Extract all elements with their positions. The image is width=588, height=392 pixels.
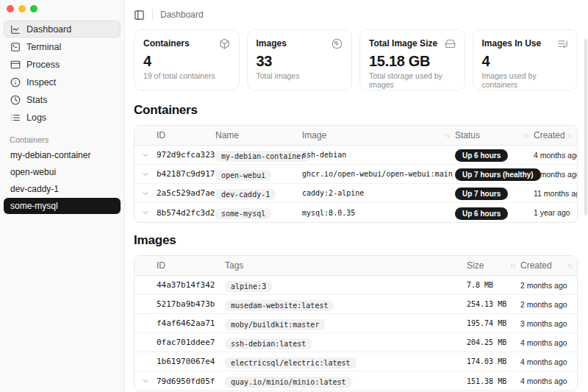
sidebar-container-dev-caddy-1[interactable]: dev-caddy-1 [4, 181, 121, 197]
sidebar-item-inspect[interactable]: Inspect [4, 74, 121, 90]
table-row[interactable]: 79d6950fd05fquay.io/minio/minio:latest15… [135, 371, 577, 391]
sort-icon[interactable]: ↑↓ [445, 132, 455, 139]
image-size: 151.38 MB [467, 377, 520, 385]
chevron-down-icon [141, 208, 150, 217]
image-id: f4af6462aa71 [157, 318, 225, 328]
card-value: 4 [143, 53, 230, 70]
sidebar-container-some-mysql[interactable]: some-mysql [4, 198, 121, 214]
panel-left-icon [134, 10, 145, 21]
sidebar-item-label: Inspect [26, 77, 56, 88]
table-row[interactable]: 972d9cfca323my-debian-containerssh-debia… [135, 146, 577, 165]
breadcrumb: Dashboard [160, 10, 204, 20]
card-value: 15.18 GB [369, 53, 456, 70]
image-id: 79d6950fd05f [157, 377, 225, 386]
topbar-divider [152, 10, 153, 21]
sidebar-item-stats[interactable]: Stats [4, 91, 121, 108]
zoom-button[interactable] [30, 5, 37, 13]
app-window: DashboardTerminalProcessInspectStatsLogs… [0, 0, 588, 392]
image-tag-badge: moby/buildkit:master [225, 319, 325, 330]
table-row[interactable]: 5217ba9b473bmusedam-website:latest254.13… [135, 295, 577, 314]
sidebar-item-logs[interactable]: Logs [4, 109, 121, 126]
image-size: 7.8 MB [467, 281, 520, 289]
list-icon [10, 113, 21, 123]
close-button[interactable] [7, 5, 14, 13]
card-subtitle: Total images [257, 71, 343, 80]
chevron-down-icon [141, 189, 150, 198]
row-expand-toggle[interactable] [135, 208, 157, 217]
image-tag-badge: musedam-website:latest [225, 300, 334, 311]
stat-card-images-in-use: Images In Use4Images used by containers [473, 29, 578, 90]
sidebar-toggle-button[interactable] [134, 10, 145, 21]
container-name-badge: dev-caddy-1 [215, 189, 276, 200]
table-row[interactable]: f4af6462aa71moby/buildkit:master195.74 M… [135, 314, 577, 333]
column-header-status: Status [455, 130, 480, 140]
chevron-down-icon [141, 151, 150, 160]
table-row[interactable]: 44a37b14f342alpine:37.8 MB2 months ago [135, 276, 577, 295]
table-row[interactable]: 1b61970067e4electricsql/electric:latest1… [135, 352, 577, 371]
info-icon [10, 77, 21, 88]
image-created: 4 months ago [520, 377, 577, 385]
image-id: 0fac701ddee7 [157, 338, 225, 347]
sidebar: DashboardTerminalProcessInspectStatsLogs… [0, 0, 125, 392]
row-expand-toggle[interactable] [135, 189, 157, 198]
card-title: Images In Use [482, 38, 542, 49]
image-id: 44a37b14f342 [157, 280, 225, 290]
container-created: 11 months ago [534, 189, 578, 198]
table-row[interactable]: b42187c9d917open-webuighcr.io/open-webui… [135, 165, 577, 184]
image-tag-badge: electricsql/electric:latest [225, 357, 356, 368]
sidebar-nav: DashboardTerminalProcessInspectStatsLogs [0, 13, 124, 126]
container-created: 1 year ago [534, 208, 577, 217]
sidebar-container-list: my-debian-containeropen-webuidev-caddy-1… [0, 147, 124, 214]
sidebar-container-open-webui[interactable]: open-webui [4, 164, 121, 180]
scrollbar-thumb[interactable] [584, 39, 587, 215]
list-end-icon [557, 38, 568, 49]
column-header-created: Created [520, 260, 552, 271]
topbar: Dashboard [134, 0, 578, 29]
sort-icon[interactable]: ↑↓ [567, 132, 577, 139]
sidebar-item-label: Process [26, 60, 60, 70]
stat-card-containers: Containers419 of total containers [134, 29, 240, 90]
row-expand-toggle[interactable] [135, 151, 157, 160]
card-subtitle: Total storage used by images [369, 71, 456, 89]
column-header-created: Created [534, 130, 565, 140]
sidebar-section-label: Containers [0, 126, 124, 147]
sort-icon[interactable]: ↑↓ [510, 262, 520, 269]
column-header-image: Image [302, 130, 326, 140]
image-id: 5217ba9b473b [157, 299, 225, 309]
table-row[interactable]: 2a5c529ad7aedev-caddy-1caddy:2-alpineUp … [135, 184, 577, 203]
containers-table: IDNameImage↑↓Status↑↓Created↑↓972d9cfca3… [134, 125, 578, 223]
sidebar-item-dashboard[interactable]: Dashboard [4, 21, 121, 38]
container-label: my-debian-container [10, 150, 90, 160]
sidebar-item-label: Dashboard [26, 24, 71, 35]
containers-section-title: Containers [134, 103, 578, 118]
column-header-tags: Tags [225, 260, 467, 271]
card-subtitle: 19 of total containers [143, 71, 230, 80]
container-image: caddy:2-alpine [302, 189, 455, 197]
square-terminal-icon [10, 42, 21, 52]
table-row[interactable]: 0fac701ddee7ssh-debian:latest204.25 MB4 … [135, 333, 577, 352]
column-header-name: Name [215, 130, 302, 140]
clock-icon [10, 95, 21, 105]
row-expand-toggle[interactable] [135, 170, 157, 179]
column-header-id: ID [157, 130, 215, 140]
image-created: 2 months ago [520, 281, 577, 290]
container-id: 2a5c529ad7ae [157, 188, 215, 198]
sort-icon[interactable]: ↑↓ [523, 132, 534, 139]
column-header-size: Size [467, 260, 484, 271]
sidebar-item-label: Logs [26, 113, 46, 123]
container-name-badge: some-mysql [215, 208, 271, 219]
sidebar-container-my-debian-container[interactable]: my-debian-container [4, 147, 121, 163]
window-controls [0, 0, 124, 13]
stat-cards: Containers419 of total containersImages3… [134, 29, 578, 90]
container-created: 4 months ago [534, 151, 578, 160]
row-expand-toggle[interactable] [135, 377, 157, 385]
sidebar-item-terminal[interactable]: Terminal [4, 38, 121, 55]
sidebar-item-process[interactable]: Process [4, 56, 121, 73]
sort-icon[interactable]: ↑↓ [567, 262, 577, 269]
image-tag-badge: ssh-debian:latest [225, 338, 312, 349]
chevron-down-icon [141, 170, 150, 179]
minimize-button[interactable] [18, 5, 26, 13]
table-row[interactable]: 8b574d2fc3d2some-mysqlmysql:8.0.35Up 6 h… [135, 203, 577, 222]
status-badge: Up 7 hours (healthy) [455, 168, 541, 181]
container-image: mysql:8.0.35 [302, 209, 455, 217]
